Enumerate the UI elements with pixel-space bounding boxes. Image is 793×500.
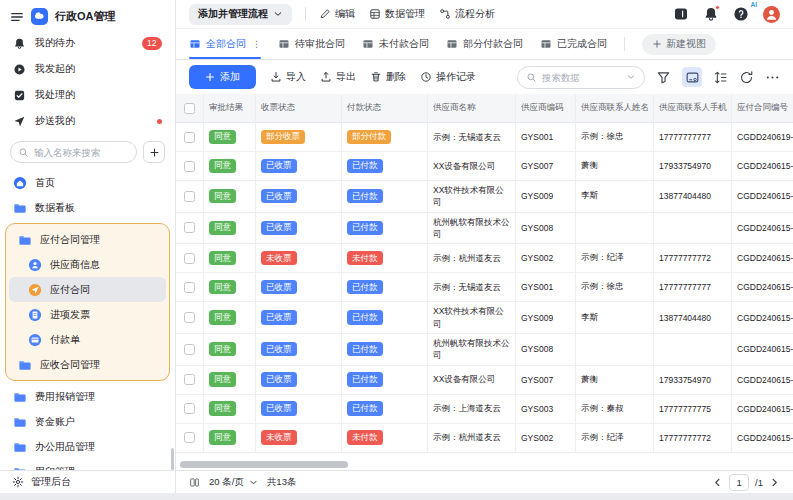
row-checkbox[interactable] bbox=[184, 132, 195, 143]
view-tab[interactable]: 全部合同⋮ bbox=[189, 29, 261, 59]
panel-toggle-icon[interactable] bbox=[673, 6, 689, 22]
toolbar-action-delete[interactable]: 删除 bbox=[370, 70, 406, 84]
view-tab[interactable]: 部分付款合同 bbox=[446, 29, 523, 59]
new-view-button[interactable]: 新建视图 bbox=[642, 34, 716, 55]
admin-backend-item[interactable]: 管理后台 bbox=[0, 470, 175, 493]
sidebar-nav-item[interactable]: 费用报销管理 bbox=[0, 384, 175, 409]
code-cell: GYS008 bbox=[516, 334, 576, 366]
contract-value: CGDD240619-01 bbox=[737, 132, 793, 142]
add-nav-button[interactable] bbox=[143, 141, 165, 163]
sidebar-search-box[interactable] bbox=[10, 141, 137, 163]
invoice-status-cell: 已收票 bbox=[256, 213, 342, 245]
sidebar-quick-item[interactable]: 我的待办12 bbox=[0, 30, 175, 56]
column-header-label: 供应商名称 bbox=[433, 102, 476, 114]
user-avatar[interactable] bbox=[763, 6, 780, 23]
topbar-action-data-manage[interactable]: 数据管理 bbox=[369, 7, 425, 21]
table-search-box[interactable] bbox=[517, 66, 645, 89]
tabbar-divider bbox=[624, 37, 625, 51]
prev-page-icon[interactable] bbox=[712, 477, 723, 488]
row-checkbox[interactable] bbox=[184, 312, 195, 323]
horizontal-scrollbar[interactable] bbox=[180, 461, 348, 468]
sidebar-nav-item[interactable]: 资金账户 bbox=[0, 409, 175, 434]
sidebar-quick-item[interactable]: 我发起的 bbox=[0, 56, 175, 82]
table-search-input[interactable] bbox=[542, 72, 621, 83]
tab-menu-icon[interactable]: ⋮ bbox=[252, 39, 261, 49]
table-row[interactable]: 同意已收票已付款XX设备有限公司GYS007萧衡17933754970CGDD2… bbox=[176, 152, 793, 181]
sidebar-quick-item[interactable]: 我处理的 bbox=[0, 82, 175, 108]
select-all-checkbox[interactable] bbox=[184, 103, 195, 114]
help-icon[interactable]: AI bbox=[733, 6, 749, 22]
row-checkbox[interactable] bbox=[184, 403, 195, 414]
toolbar-action-log[interactable]: 操作记录 bbox=[420, 70, 476, 84]
topbar-action-edit[interactable]: 编辑 bbox=[319, 7, 355, 21]
invoice-status-tag: 已收票 bbox=[261, 342, 297, 356]
row-checkbox[interactable] bbox=[184, 432, 195, 443]
contract-value: CGDD240615-07 bbox=[737, 282, 793, 292]
filter-funnel-icon[interactable] bbox=[656, 70, 671, 85]
sidebar-nav: 首页数据看板应付合同管理供应商信息应付合同进项发票付款单应收合同管理费用报销管理… bbox=[0, 169, 175, 470]
sidebar-nav-item[interactable]: 办公用品管理 bbox=[0, 434, 175, 459]
row-checkbox[interactable] bbox=[184, 161, 195, 172]
table-row[interactable]: 同意未收票未付款示例：杭州道友云GYS002示例：纪泽17777777772CG… bbox=[176, 424, 793, 453]
toolbar-action-import[interactable]: 导入 bbox=[270, 70, 306, 84]
card-view-icon[interactable] bbox=[682, 67, 702, 87]
refresh-icon[interactable] bbox=[739, 70, 754, 85]
add-record-button[interactable]: 添加 bbox=[189, 65, 256, 89]
table-row[interactable]: 同意已收票已付款杭州帆软有限技术公司GYS008CGDD240615-09 bbox=[176, 213, 793, 245]
sidebar-nav-item[interactable]: 应付合同 bbox=[9, 277, 166, 302]
table-row[interactable]: 同意已收票已付款XX设备有限公司GYS007萧衡17933754970CGDD2… bbox=[176, 366, 793, 395]
invoice-status-cell: 已收票 bbox=[256, 302, 342, 334]
toolbar-action-export[interactable]: 导出 bbox=[320, 70, 356, 84]
payment-status-cell: 已付款 bbox=[342, 302, 428, 334]
code-cell: GYS007 bbox=[516, 152, 576, 181]
sidebar-quick-item[interactable]: 抄送我的 bbox=[0, 108, 175, 134]
contact-cell: 示例：徐忠 bbox=[576, 123, 654, 152]
row-checkbox[interactable] bbox=[184, 253, 195, 264]
chevron-down-icon[interactable] bbox=[626, 72, 636, 82]
row-checkbox[interactable] bbox=[184, 222, 195, 233]
grid-icon bbox=[189, 38, 201, 50]
sidebar-nav-item[interactable]: 应收合同管理 bbox=[9, 352, 166, 377]
approval-status-cell: 同意 bbox=[204, 181, 256, 213]
contact-cell: 萧衡 bbox=[576, 152, 654, 181]
approval-status-tag: 同意 bbox=[209, 189, 236, 203]
sidebar-nav-item[interactable]: 应付合同管理 bbox=[9, 227, 166, 252]
next-page-icon[interactable] bbox=[769, 477, 780, 488]
view-tab[interactable]: 未付款合同 bbox=[362, 29, 429, 59]
flow-manage-button[interactable]: 添加并管理流程 bbox=[189, 4, 292, 25]
page-size-selector[interactable]: 20 条/页 bbox=[209, 476, 258, 489]
more-options-icon[interactable] bbox=[765, 70, 780, 85]
table-row[interactable]: 同意部分收票部分付款示例：无锡道友云GYS001示例：徐忠17777777777… bbox=[176, 123, 793, 152]
topbar-action-flow-analysis[interactable]: 流程分析 bbox=[439, 7, 495, 21]
topbar-right: AI bbox=[673, 6, 780, 23]
table-row[interactable]: 同意已收票已付款杭州帆软有限技术公司GYS008CGDD240615-05 bbox=[176, 334, 793, 366]
current-page-box[interactable]: 1 bbox=[729, 474, 749, 491]
sidebar-nav-item[interactable]: 用印管理 bbox=[0, 459, 175, 470]
sidebar-nav-item[interactable]: 首页 bbox=[0, 170, 175, 195]
row-height-icon[interactable] bbox=[713, 70, 728, 85]
table-row[interactable]: 同意已收票已付款XX软件技术有限公司GYS009李斯13877404480CGD… bbox=[176, 181, 793, 213]
sidebar-search-input[interactable] bbox=[34, 147, 129, 158]
sidebar-quick-label: 我的待办 bbox=[35, 36, 75, 50]
sidebar-nav-item[interactable]: 进项发票 bbox=[9, 302, 166, 327]
contract-value: CGDD240615-02 bbox=[737, 433, 793, 443]
sidebar-nav-item[interactable]: 数据看板 bbox=[0, 195, 175, 220]
notification-bell-icon[interactable] bbox=[703, 6, 719, 22]
sidebar-nav-item[interactable]: 供应商信息 bbox=[9, 252, 166, 277]
table-row[interactable]: 同意已收票已付款XX软件技术有限公司GYS009李斯13877404480CGD… bbox=[176, 302, 793, 334]
row-checkbox[interactable] bbox=[184, 191, 195, 202]
table-row[interactable]: 同意已收票已付款示例：无锡道友云GYS001示例：徐忠17777777777CG… bbox=[176, 273, 793, 302]
sidebar-nav-item[interactable]: 付款单 bbox=[9, 327, 166, 352]
table-row[interactable]: 同意已收票已付款示例：上海道友云GYS003示例：秦叔17777777775CG… bbox=[176, 395, 793, 424]
row-checkbox[interactable] bbox=[184, 344, 195, 355]
hamburger-icon[interactable] bbox=[10, 10, 24, 24]
view-tab[interactable]: 待审批合同 bbox=[278, 29, 345, 59]
row-checkbox[interactable] bbox=[184, 374, 195, 385]
row-checkbox[interactable] bbox=[184, 282, 195, 293]
sidebar-scrollbar[interactable] bbox=[171, 448, 174, 470]
supplier-value: XX设备有限公司 bbox=[433, 373, 495, 385]
contact-value: 示例：纪泽 bbox=[581, 432, 624, 444]
approval-status-cell: 同意 bbox=[204, 123, 256, 152]
table-row[interactable]: 同意未收票未付款示例：杭州道友云GYS002示例：纪泽17777777772CG… bbox=[176, 244, 793, 273]
view-tab[interactable]: 已完成合同 bbox=[540, 29, 607, 59]
